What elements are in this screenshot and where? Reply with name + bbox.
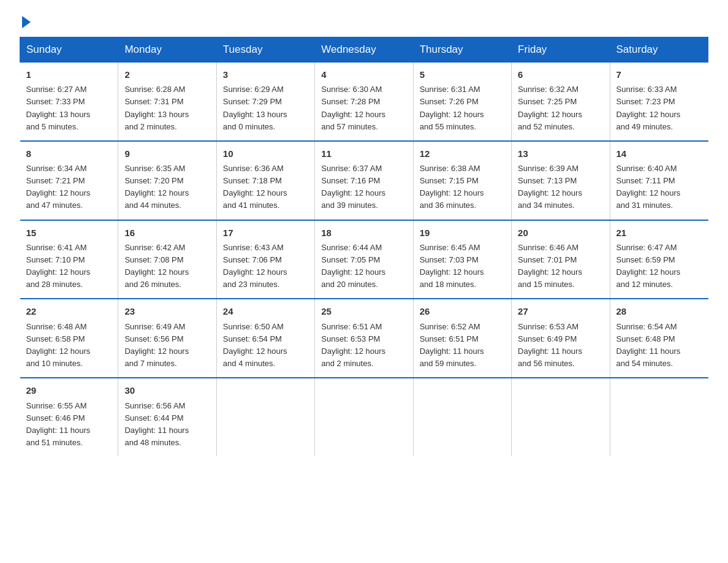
day-cell: 23Sunrise: 6:49 AMSunset: 6:56 PMDayligh… <box>118 299 216 378</box>
day-number: 11 <box>321 147 406 161</box>
day-info: Sunrise: 6:54 AMSunset: 6:48 PMDaylight:… <box>616 321 702 370</box>
day-cell: 14Sunrise: 6:40 AMSunset: 7:11 PMDayligh… <box>610 141 708 220</box>
day-info: Sunrise: 6:36 AMSunset: 7:18 PMDaylight:… <box>223 163 308 212</box>
day-number: 27 <box>518 304 603 318</box>
day-info: Sunrise: 6:56 AMSunset: 6:44 PMDaylight:… <box>124 400 210 450</box>
day-number: 30 <box>124 383 210 397</box>
day-info: Sunrise: 6:35 AMSunset: 7:20 PMDaylight:… <box>124 163 210 212</box>
day-number: 29 <box>26 383 112 397</box>
day-info: Sunrise: 6:33 AMSunset: 7:23 PMDaylight:… <box>616 83 702 133</box>
header <box>20 15 708 26</box>
day-number: 24 <box>223 304 308 318</box>
logo <box>20 15 31 26</box>
day-info: Sunrise: 6:34 AMSunset: 7:21 PMDaylight:… <box>26 163 112 212</box>
day-cell: 6Sunrise: 6:32 AMSunset: 7:25 PMDaylight… <box>512 63 610 141</box>
day-cell: 11Sunrise: 6:37 AMSunset: 7:16 PMDayligh… <box>315 141 413 220</box>
day-cell: 19Sunrise: 6:45 AMSunset: 7:03 PMDayligh… <box>413 220 511 299</box>
day-number: 7 <box>616 67 702 82</box>
day-cell: 12Sunrise: 6:38 AMSunset: 7:15 PMDayligh… <box>413 141 511 220</box>
day-number: 1 <box>26 67 112 82</box>
day-cell: 7Sunrise: 6:33 AMSunset: 7:23 PMDaylight… <box>610 63 708 141</box>
day-info: Sunrise: 6:31 AMSunset: 7:26 PMDaylight:… <box>420 83 505 133</box>
week-row-1: 1Sunrise: 6:27 AMSunset: 7:33 PMDaylight… <box>20 63 708 141</box>
day-info: Sunrise: 6:28 AMSunset: 7:31 PMDaylight:… <box>124 83 210 133</box>
day-info: Sunrise: 6:53 AMSunset: 6:49 PMDaylight:… <box>518 321 603 370</box>
day-cell: 16Sunrise: 6:42 AMSunset: 7:08 PMDayligh… <box>118 220 216 299</box>
day-number: 13 <box>518 147 603 161</box>
day-number: 6 <box>518 67 603 82</box>
day-number: 10 <box>223 147 308 161</box>
day-number: 20 <box>518 226 603 240</box>
day-cell: 1Sunrise: 6:27 AMSunset: 7:33 PMDaylight… <box>20 63 118 141</box>
day-info: Sunrise: 6:48 AMSunset: 6:58 PMDaylight:… <box>26 321 112 370</box>
day-info: Sunrise: 6:43 AMSunset: 7:06 PMDaylight:… <box>223 242 308 291</box>
day-cell: 8Sunrise: 6:34 AMSunset: 7:21 PMDaylight… <box>20 141 118 220</box>
day-number: 28 <box>616 304 702 318</box>
day-cell <box>315 378 413 456</box>
day-cell <box>413 378 511 456</box>
week-row-2: 8Sunrise: 6:34 AMSunset: 7:21 PMDaylight… <box>20 141 708 220</box>
day-header-row: SundayMondayTuesdayWednesdayThursdayFrid… <box>20 37 708 63</box>
day-cell: 29Sunrise: 6:55 AMSunset: 6:46 PMDayligh… <box>20 378 118 456</box>
day-info: Sunrise: 6:44 AMSunset: 7:05 PMDaylight:… <box>321 242 406 291</box>
day-info: Sunrise: 6:42 AMSunset: 7:08 PMDaylight:… <box>124 242 210 291</box>
day-header-monday: Monday <box>118 37 216 63</box>
day-number: 16 <box>124 226 210 240</box>
day-cell: 15Sunrise: 6:41 AMSunset: 7:10 PMDayligh… <box>20 220 118 299</box>
day-info: Sunrise: 6:29 AMSunset: 7:29 PMDaylight:… <box>223 83 308 133</box>
day-number: 2 <box>124 67 210 82</box>
day-header-thursday: Thursday <box>413 37 511 63</box>
day-number: 26 <box>420 304 505 318</box>
calendar-table: SundayMondayTuesdayWednesdayThursdayFrid… <box>20 37 708 456</box>
day-cell: 2Sunrise: 6:28 AMSunset: 7:31 PMDaylight… <box>118 63 216 141</box>
day-info: Sunrise: 6:30 AMSunset: 7:28 PMDaylight:… <box>321 83 406 133</box>
day-info: Sunrise: 6:50 AMSunset: 6:54 PMDaylight:… <box>223 321 308 370</box>
day-number: 3 <box>223 67 308 82</box>
day-info: Sunrise: 6:39 AMSunset: 7:13 PMDaylight:… <box>518 163 603 212</box>
day-cell: 3Sunrise: 6:29 AMSunset: 7:29 PMDaylight… <box>216 63 314 141</box>
day-cell: 5Sunrise: 6:31 AMSunset: 7:26 PMDaylight… <box>413 63 511 141</box>
day-number: 22 <box>26 304 112 318</box>
day-cell: 22Sunrise: 6:48 AMSunset: 6:58 PMDayligh… <box>20 299 118 378</box>
day-cell: 21Sunrise: 6:47 AMSunset: 6:59 PMDayligh… <box>610 220 708 299</box>
day-cell <box>610 378 708 456</box>
day-info: Sunrise: 6:32 AMSunset: 7:25 PMDaylight:… <box>518 83 603 133</box>
day-cell: 24Sunrise: 6:50 AMSunset: 6:54 PMDayligh… <box>216 299 314 378</box>
day-cell: 4Sunrise: 6:30 AMSunset: 7:28 PMDaylight… <box>315 63 413 141</box>
day-info: Sunrise: 6:37 AMSunset: 7:16 PMDaylight:… <box>321 163 406 212</box>
day-cell: 27Sunrise: 6:53 AMSunset: 6:49 PMDayligh… <box>512 299 610 378</box>
day-number: 12 <box>420 147 505 161</box>
day-number: 15 <box>26 226 112 240</box>
day-info: Sunrise: 6:38 AMSunset: 7:15 PMDaylight:… <box>420 163 505 212</box>
day-info: Sunrise: 6:27 AMSunset: 7:33 PMDaylight:… <box>26 83 112 133</box>
day-number: 21 <box>616 226 702 240</box>
day-cell: 30Sunrise: 6:56 AMSunset: 6:44 PMDayligh… <box>118 378 216 456</box>
logo-arrow-icon <box>22 16 31 28</box>
day-header-sunday: Sunday <box>20 37 118 63</box>
week-row-5: 29Sunrise: 6:55 AMSunset: 6:46 PMDayligh… <box>20 378 708 456</box>
day-cell: 28Sunrise: 6:54 AMSunset: 6:48 PMDayligh… <box>610 299 708 378</box>
day-info: Sunrise: 6:41 AMSunset: 7:10 PMDaylight:… <box>26 242 112 291</box>
day-cell: 25Sunrise: 6:51 AMSunset: 6:53 PMDayligh… <box>315 299 413 378</box>
day-info: Sunrise: 6:55 AMSunset: 6:46 PMDaylight:… <box>26 400 112 450</box>
day-cell: 9Sunrise: 6:35 AMSunset: 7:20 PMDaylight… <box>118 141 216 220</box>
day-number: 25 <box>321 304 406 318</box>
day-info: Sunrise: 6:51 AMSunset: 6:53 PMDaylight:… <box>321 321 406 370</box>
day-cell: 13Sunrise: 6:39 AMSunset: 7:13 PMDayligh… <box>512 141 610 220</box>
day-header-friday: Friday <box>512 37 610 63</box>
day-cell: 17Sunrise: 6:43 AMSunset: 7:06 PMDayligh… <box>216 220 314 299</box>
day-number: 5 <box>420 67 505 82</box>
day-info: Sunrise: 6:49 AMSunset: 6:56 PMDaylight:… <box>124 321 210 370</box>
day-cell: 26Sunrise: 6:52 AMSunset: 6:51 PMDayligh… <box>413 299 511 378</box>
week-row-3: 15Sunrise: 6:41 AMSunset: 7:10 PMDayligh… <box>20 220 708 299</box>
day-info: Sunrise: 6:40 AMSunset: 7:11 PMDaylight:… <box>616 163 702 212</box>
day-info: Sunrise: 6:46 AMSunset: 7:01 PMDaylight:… <box>518 242 603 291</box>
day-header-saturday: Saturday <box>610 37 708 63</box>
day-info: Sunrise: 6:52 AMSunset: 6:51 PMDaylight:… <box>420 321 505 370</box>
day-cell <box>512 378 610 456</box>
day-cell: 20Sunrise: 6:46 AMSunset: 7:01 PMDayligh… <box>512 220 610 299</box>
day-number: 9 <box>124 147 210 161</box>
day-header-wednesday: Wednesday <box>315 37 413 63</box>
day-number: 19 <box>420 226 505 240</box>
day-number: 23 <box>124 304 210 318</box>
